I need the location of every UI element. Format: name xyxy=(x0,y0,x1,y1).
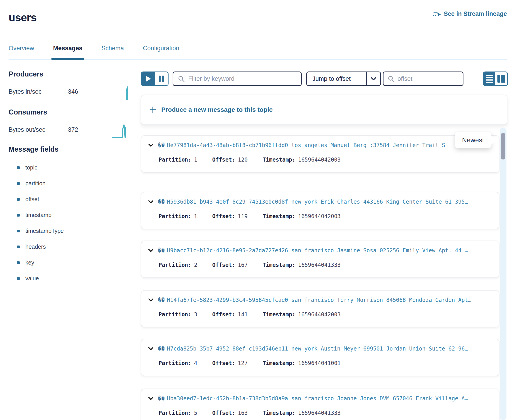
field-item-headers[interactable]: headers xyxy=(9,243,131,254)
partition-label: Partition: xyxy=(159,157,191,163)
timestamp-label: Timestamp: xyxy=(262,262,295,268)
key-prefix-glyphs: �� xyxy=(158,199,165,205)
field-label: value xyxy=(25,275,39,282)
timestamp-value: 1659644041333 xyxy=(298,262,341,268)
produce-message-button[interactable]: Produce a new message to this topic xyxy=(141,95,507,125)
list-view-button[interactable] xyxy=(484,72,495,85)
field-label: key xyxy=(25,259,34,266)
field-bullet-icon xyxy=(17,261,20,264)
list-view-icon xyxy=(486,75,493,83)
partition-value: 2 xyxy=(194,262,197,268)
partition-label: Partition: xyxy=(159,213,191,219)
lineage-arrow-icon xyxy=(433,11,441,17)
partition-label: Partition: xyxy=(159,262,191,268)
message-key: ��Hba30eed7-1edc-452b-8b1a-738d3b5d8a9a … xyxy=(158,395,468,402)
offset-value: 167 xyxy=(238,262,247,268)
message-fields-title: Message fields xyxy=(9,145,59,153)
expand-chevron-icon[interactable] xyxy=(148,249,154,252)
expand-chevron-icon[interactable] xyxy=(148,200,154,204)
bytes-out-label: Bytes out/sec xyxy=(9,126,45,133)
timestamp-value: 1659644042003 xyxy=(298,311,341,318)
field-item-topic[interactable]: topic xyxy=(9,164,131,174)
message-key: ��H5936db81-b943-4e0f-8c29-74513e0c0d8f … xyxy=(158,199,468,205)
message-card[interactable]: ��He77981da-4a43-48ab-b8f8-cb71b96ffdd0 … xyxy=(141,135,500,173)
consumers-title: Consumers xyxy=(9,108,47,116)
column-view-icon xyxy=(497,75,505,82)
timestamp-label: Timestamp: xyxy=(262,311,295,318)
message-card[interactable]: ��H7cda825b-35b7-4952-88ef-c193d546eb11 … xyxy=(141,339,500,376)
bytes-out-row: Bytes out/sec 372 xyxy=(9,126,132,136)
bytes-in-value: 346 xyxy=(68,88,78,95)
filter-keyword-input[interactable] xyxy=(173,72,302,86)
scrollbar-track[interactable] xyxy=(500,128,507,420)
offset-label: Offset: xyxy=(212,262,235,268)
offset-label: Offset: xyxy=(212,311,235,318)
tab-overview[interactable]: Overview xyxy=(9,45,34,58)
field-bullet-icon xyxy=(17,182,20,185)
message-key: ��H9bacc71c-b12c-4216-8e95-2a7da727e426 … xyxy=(158,247,468,254)
expand-chevron-icon[interactable] xyxy=(148,298,154,302)
field-item-timestamp[interactable]: timestamp xyxy=(9,212,131,222)
timestamp-label: Timestamp: xyxy=(262,213,295,219)
produce-message-label: Produce a new message to this topic xyxy=(161,106,273,113)
field-bullet-icon xyxy=(17,166,20,169)
field-bullet-icon xyxy=(17,277,20,280)
play-icon xyxy=(146,76,151,82)
field-item-key[interactable]: key xyxy=(9,259,131,269)
pause-button[interactable] xyxy=(155,72,168,85)
offset-search-input[interactable] xyxy=(383,72,463,86)
offset-label: Offset: xyxy=(212,213,235,219)
partition-value: 3 xyxy=(194,311,197,318)
scrollbar-thumb[interactable] xyxy=(501,133,505,159)
offset-value: 141 xyxy=(238,311,247,318)
newest-tooltip-label: Newest xyxy=(462,136,484,144)
key-prefix-glyphs: �� xyxy=(158,395,165,402)
view-toggle-group xyxy=(483,72,508,86)
timestamp-value: 1659644041001 xyxy=(298,360,341,366)
offset-value: 120 xyxy=(238,157,247,163)
field-item-offset[interactable]: offset xyxy=(9,196,131,206)
message-meta: Partition:3 Offset:141 Timestamp:1659644… xyxy=(159,311,341,318)
message-card[interactable]: ��H9bacc71c-b12c-4216-8e95-2a7da727e426 … xyxy=(141,240,500,278)
timestamp-value: 1659644041333 xyxy=(298,410,341,416)
timestamp-label: Timestamp: xyxy=(262,360,295,366)
field-item-timestampType[interactable]: timestampType xyxy=(9,228,131,238)
stream-lineage-link[interactable]: See in Stream lineage xyxy=(433,10,507,17)
tab-messages[interactable]: Messages xyxy=(53,45,83,58)
key-prefix-glyphs: �� xyxy=(158,142,165,149)
message-card[interactable]: ��H14fa67fe-5823-4299-b3c4-595845cfcae0 … xyxy=(141,290,500,327)
field-bullet-icon xyxy=(17,246,20,248)
offset-label: Offset: xyxy=(212,157,235,163)
key-prefix-glyphs: �� xyxy=(158,345,165,352)
field-item-value[interactable]: value xyxy=(9,275,131,285)
expand-chevron-icon[interactable] xyxy=(148,347,154,351)
field-label: offset xyxy=(25,196,39,202)
newest-tooltip: Newest xyxy=(455,132,491,148)
message-card[interactable]: ��H5936db81-b943-4e0f-8c29-74513e0c0d8f … xyxy=(141,192,500,229)
partition-value: 5 xyxy=(194,410,197,416)
offset-label: Offset: xyxy=(212,410,235,416)
partition-value: 4 xyxy=(194,360,197,366)
message-meta: Partition:1 Offset:120 Timestamp:1659644… xyxy=(159,157,341,163)
message-card[interactable]: ��Hba30eed7-1edc-452b-8b1a-738d3b5d8a9a … xyxy=(141,389,500,420)
tab-configuration[interactable]: Configuration xyxy=(143,45,179,58)
tab-schema[interactable]: Schema xyxy=(101,45,124,58)
bytes-in-sparkline xyxy=(121,86,132,100)
message-key: ��H7cda825b-35b7-4952-88ef-c193d546eb11 … xyxy=(158,345,468,352)
bytes-out-sparkline xyxy=(112,123,129,139)
message-meta: Partition:5 Offset:163 Timestamp:1659644… xyxy=(159,410,341,416)
field-item-partition[interactable]: partition xyxy=(9,180,131,190)
timestamp-label: Timestamp: xyxy=(262,410,295,416)
bytes-in-row: Bytes in/sec 346 xyxy=(9,88,132,98)
play-button[interactable] xyxy=(142,72,155,85)
column-view-button[interactable] xyxy=(495,72,507,85)
expand-chevron-icon[interactable] xyxy=(148,143,154,147)
pause-icon xyxy=(159,75,164,82)
producers-title: Producers xyxy=(9,70,43,78)
offset-value: 163 xyxy=(238,410,247,416)
message-meta: Partition:1 Offset:119 Timestamp:1659644… xyxy=(159,213,341,219)
bytes-in-label: Bytes in/sec xyxy=(9,88,42,95)
jump-to-offset-select[interactable]: Jump to offset xyxy=(306,72,381,86)
page-title: users xyxy=(9,11,37,24)
expand-chevron-icon[interactable] xyxy=(148,397,154,400)
